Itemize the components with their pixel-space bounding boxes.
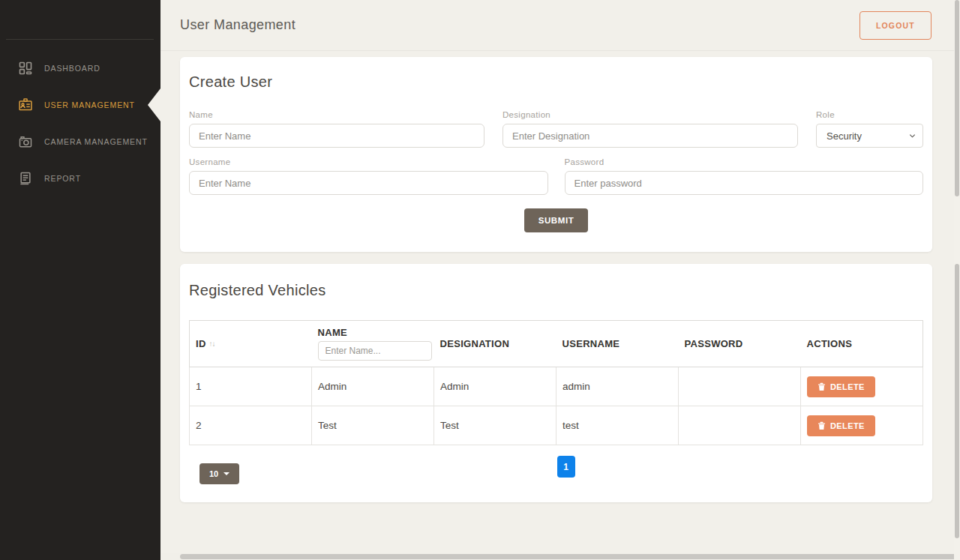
role-select[interactable]: Security bbox=[816, 124, 923, 148]
horizontal-scrollbar-thumb[interactable] bbox=[180, 554, 960, 559]
role-select-value: Security bbox=[826, 130, 862, 142]
column-header-username: USERNAME bbox=[556, 321, 679, 367]
logout-button[interactable]: LOGOUT bbox=[860, 11, 932, 40]
column-header-label: DESIGNATION bbox=[440, 338, 510, 349]
sidebar-item-camera-management[interactable]: CAMERA MANAGEMENT bbox=[0, 123, 160, 160]
cell-actions: DELETE bbox=[801, 406, 923, 445]
delete-button-label: DELETE bbox=[830, 382, 865, 391]
cell-actions: DELETE bbox=[801, 367, 923, 406]
column-header-label: ID bbox=[196, 338, 206, 349]
cell-password bbox=[679, 406, 801, 445]
table-row: 1 Admin Admin admin bbox=[190, 367, 923, 406]
dashboard-icon bbox=[18, 61, 33, 76]
submit-button[interactable]: SUBMIT bbox=[524, 208, 589, 232]
column-header-label: USERNAME bbox=[562, 338, 620, 349]
column-header-label: NAME bbox=[318, 327, 428, 338]
name-field-group: Name bbox=[189, 110, 484, 148]
main-area: User Management LOGOUT Create User Name … bbox=[160, 0, 954, 560]
designation-field-group: Designation bbox=[502, 110, 798, 148]
cell-username: admin bbox=[556, 367, 679, 406]
delete-button[interactable]: DELETE bbox=[807, 376, 875, 397]
sidebar-item-user-management[interactable]: USER MANAGEMENT bbox=[0, 86, 160, 123]
cell-name: Test bbox=[312, 406, 434, 445]
caret-down-icon bbox=[224, 472, 230, 475]
cell-username: test bbox=[556, 406, 679, 445]
sidebar-nav: DASHBOARD USER MANAGEMENT bbox=[0, 49, 160, 196]
designation-input[interactable] bbox=[502, 124, 798, 148]
sidebar-item-label: REPORT bbox=[44, 174, 81, 183]
password-label: Password bbox=[565, 157, 924, 166]
name-filter-input[interactable] bbox=[318, 341, 432, 361]
name-input[interactable] bbox=[189, 124, 484, 148]
sidebar: DASHBOARD USER MANAGEMENT bbox=[0, 0, 160, 560]
vertical-scrollbar-thumb-bottom[interactable] bbox=[955, 264, 959, 538]
sidebar-item-label: DASHBOARD bbox=[44, 64, 100, 73]
username-label: Username bbox=[189, 157, 548, 166]
column-header-name: NAME bbox=[312, 321, 434, 367]
delete-button[interactable]: DELETE bbox=[807, 415, 875, 436]
create-user-title: Create User bbox=[189, 73, 923, 91]
trash-icon bbox=[818, 382, 826, 391]
horizontal-scrollbar bbox=[160, 553, 960, 560]
cell-designation: Admin bbox=[434, 367, 556, 406]
page-1-button[interactable]: 1 bbox=[557, 456, 575, 478]
top-header: User Management LOGOUT bbox=[160, 0, 954, 51]
role-field-group: Role Security bbox=[816, 110, 923, 148]
sidebar-item-label: USER MANAGEMENT bbox=[44, 100, 135, 109]
chevron-down-icon bbox=[908, 132, 916, 140]
table-header-row: ID ↑↓ NAME DESIGNATION bbox=[190, 321, 923, 367]
column-header-id[interactable]: ID ↑↓ bbox=[190, 321, 312, 367]
username-field-group: Username bbox=[189, 157, 548, 195]
cell-id: 2 bbox=[190, 406, 312, 445]
create-user-form: Name Designation Role Security bbox=[189, 110, 923, 232]
designation-label: Designation bbox=[502, 110, 798, 119]
table-row: 2 Test Test test bbox=[190, 406, 923, 445]
active-item-notch bbox=[148, 88, 160, 121]
trash-icon bbox=[818, 421, 826, 430]
cell-id: 1 bbox=[190, 367, 312, 406]
column-header-actions: ACTIONS bbox=[801, 321, 923, 367]
camera-icon bbox=[18, 134, 33, 149]
registered-vehicles-card: Registered Vehicles ID ↑↓ bbox=[180, 264, 932, 502]
pagination: 10 1 bbox=[189, 456, 923, 486]
sort-arrows-icon[interactable]: ↑↓ bbox=[209, 340, 215, 348]
vertical-scrollbar bbox=[954, 0, 960, 560]
delete-button-label: DELETE bbox=[830, 421, 865, 430]
column-header-label: ACTIONS bbox=[807, 338, 853, 349]
username-input[interactable] bbox=[189, 171, 548, 195]
vertical-scrollbar-thumb-top[interactable] bbox=[955, 0, 959, 196]
column-header-label: PASSWORD bbox=[685, 338, 743, 349]
role-label: Role bbox=[816, 110, 923, 119]
create-user-card: Create User Name Designation Role bbox=[180, 57, 932, 252]
password-input[interactable] bbox=[565, 171, 924, 195]
cell-name: Admin bbox=[312, 367, 434, 406]
sidebar-item-label: CAMERA MANAGEMENT bbox=[44, 137, 148, 146]
page-title: User Management bbox=[180, 17, 296, 33]
name-label: Name bbox=[189, 110, 484, 119]
table-wrap: ID ↑↓ NAME DESIGNATION bbox=[189, 320, 923, 445]
report-icon bbox=[18, 171, 33, 186]
users-table: ID ↑↓ NAME DESIGNATION bbox=[189, 320, 923, 445]
column-header-password: PASSWORD bbox=[679, 321, 801, 367]
column-header-designation: DESIGNATION bbox=[434, 321, 556, 367]
cell-designation: Test bbox=[434, 406, 556, 445]
sidebar-divider bbox=[6, 39, 154, 40]
user-card-icon bbox=[18, 97, 33, 112]
sidebar-item-dashboard[interactable]: DASHBOARD bbox=[0, 49, 160, 86]
cell-password bbox=[679, 367, 801, 406]
content: Create User Name Designation Role bbox=[160, 51, 954, 502]
registered-vehicles-title: Registered Vehicles bbox=[189, 282, 923, 299]
app-window: DASHBOARD USER MANAGEMENT bbox=[0, 0, 960, 560]
password-field-group: Password bbox=[565, 157, 924, 195]
page-size-dropdown[interactable]: 10 bbox=[200, 463, 239, 484]
sidebar-item-report[interactable]: REPORT bbox=[0, 160, 160, 196]
page-size-value: 10 bbox=[209, 469, 218, 478]
